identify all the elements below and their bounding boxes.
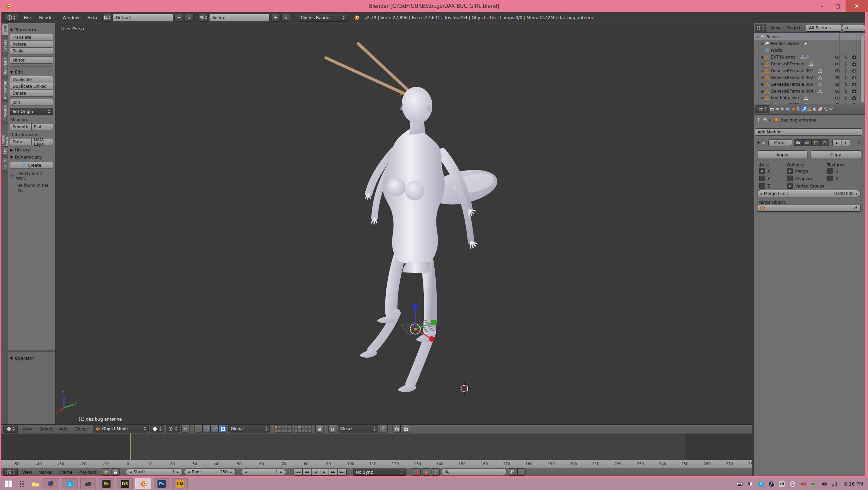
editor-type-button-timeline[interactable] — [3, 468, 18, 476]
smooth-button[interactable]: Smooth — [10, 123, 32, 130]
scale-button[interactable]: Scale — [10, 48, 53, 54]
sync-dropdown[interactable]: No Sync — [353, 469, 406, 476]
orientation-dropdown[interactable]: Global — [228, 425, 270, 432]
snap-toggle[interactable] — [328, 425, 336, 432]
keyingset-add-button[interactable] — [508, 468, 516, 476]
outliner-row-genesis8female-001[interactable]: ⊕Genesis8Female.001│ — [754, 67, 866, 74]
manipulator-enable-toggle[interactable] — [219, 425, 227, 432]
prev-keyframe-button[interactable]: ◀◀ — [302, 469, 311, 476]
frame-start-field[interactable]: ◂Start:1▸ — [126, 469, 183, 475]
opengl-render-still-button[interactable] — [393, 425, 401, 432]
expand-toggle[interactable]: ⊕ — [760, 89, 765, 94]
viewport-menu-view[interactable]: View — [19, 426, 36, 431]
menu-help[interactable]: Help — [83, 15, 101, 20]
modifier-editmode-toggle[interactable] — [812, 139, 820, 146]
checkbox-vertex-groups[interactable]: ✓Vertex Groups — [787, 183, 824, 189]
outliner-row-renderlayers[interactable]: ⊕RenderLayers│ — [754, 40, 866, 47]
outliner-row-genesis8female-002[interactable]: ⊕Genesis8Female.002│ — [754, 74, 866, 81]
expand-toggle[interactable]: ⊕ — [760, 96, 765, 100]
jump-start-button[interactable]: |◀◀ — [294, 469, 302, 476]
panel-header-transform[interactable]: ▼Transform:::: — [10, 27, 53, 32]
layer-dot-15[interactable] — [308, 426, 311, 429]
shading-dropdown[interactable] — [150, 425, 164, 432]
lock-to-scene-toggle[interactable] — [315, 425, 323, 432]
delete-layout-button[interactable]: × — [185, 14, 194, 22]
modifier-name-field[interactable]: Mirror — [768, 140, 792, 146]
panel-header-dynamic-sky[interactable]: ▼Dynamic sky:::: — [10, 154, 53, 160]
modifier-delete-button[interactable]: ✕ — [857, 140, 861, 145]
checkbox-u[interactable]: U — [827, 168, 838, 174]
layer-dot-2[interactable] — [278, 426, 281, 429]
daz-studio-button[interactable]: DS — [117, 478, 133, 489]
mode-dropdown[interactable]: Object Mode — [93, 425, 149, 432]
current-frame-field[interactable]: ◂1▸ — [241, 469, 286, 475]
viewport-menu-object[interactable]: Object — [71, 426, 91, 431]
frame-end-field[interactable]: ◂End:250▸ — [184, 469, 236, 475]
firefox-button[interactable] — [44, 478, 59, 489]
layer-dot-18[interactable] — [301, 429, 304, 432]
manipulator-scale-toggle[interactable] — [211, 425, 219, 432]
layer-dot-3[interactable] — [281, 426, 284, 429]
operator-panel-header[interactable]: ▼Operator:::: — [10, 356, 53, 361]
checkbox-y[interactable]: Y — [759, 176, 770, 181]
join-button[interactable]: Join — [10, 99, 53, 106]
properties-tab-scene[interactable] — [780, 105, 785, 112]
3d-viewport[interactable]: User Persp (1) daz bug antenne z y x — [55, 23, 752, 424]
show-seconds-toggle[interactable] — [102, 468, 110, 476]
maximize-button[interactable]: ▢ — [830, 0, 846, 12]
skype-button[interactable]: S — [62, 478, 78, 489]
outliner-row-world[interactable]: World — [754, 47, 866, 54]
expand-toggle[interactable]: ⊖ — [756, 35, 761, 39]
apps-grid-button[interactable] — [17, 479, 27, 489]
panel-header-history[interactable]: ▶History:::: — [10, 147, 53, 152]
data-button[interactable]: Data — [10, 138, 32, 145]
editor-type-button-outliner[interactable] — [755, 24, 766, 32]
layer-dot-19[interactable] — [305, 429, 308, 432]
timeline-menu-view[interactable]: View — [19, 470, 35, 475]
properties-tab-constraints-chain[interactable] — [796, 105, 801, 112]
expand-toggle[interactable]: ⊕ — [760, 69, 765, 73]
bridge-button[interactable]: Br — [99, 478, 114, 489]
outliner-row-genesis8female-003[interactable]: ⊕Genesis8Female.003│ — [754, 81, 866, 88]
play-reverse-button[interactable]: ◀ — [311, 469, 320, 476]
merge-limit-slider[interactable]: ◂Merge Limit:0.001000▸ — [757, 190, 861, 197]
layer-dot-13[interactable] — [301, 426, 304, 429]
properties-tab-texture[interactable] — [817, 105, 823, 112]
duplicate-linked-button[interactable]: Duplicate Linked — [10, 83, 53, 90]
layer-dot-20[interactable] — [308, 429, 311, 432]
layer-dot-1[interactable] — [274, 426, 278, 429]
layer-dot-10[interactable] — [288, 429, 291, 432]
file-explorer-button[interactable] — [31, 479, 41, 489]
shelf-tab-physics[interactable]: Physics — [2, 103, 8, 121]
scene-browse-button[interactable] — [199, 14, 208, 22]
timeline-body[interactable] — [1, 433, 752, 460]
checkbox-x[interactable]: ✓X — [759, 168, 770, 174]
properties-tab-object-data[interactable] — [807, 105, 812, 112]
jump-end-button[interactable]: ▶▶| — [338, 469, 347, 476]
layer-dot-5[interactable] — [288, 426, 291, 429]
add-scene-button[interactable]: + — [271, 14, 280, 22]
keying-set-field[interactable] — [441, 469, 506, 475]
properties-tab-render-camera[interactable] — [769, 105, 774, 112]
outliner-row-bug-but-pinku[interactable]: ⊕bug but pinku│ — [754, 95, 866, 101]
current-frame-line[interactable] — [130, 434, 131, 460]
shelf-tab-tools[interactable]: Tools — [2, 24, 8, 35]
blender-button[interactable] — [135, 478, 151, 489]
flat-button[interactable]: Flat — [32, 123, 53, 130]
shelf-tab-create[interactable]: Create — [2, 38, 8, 53]
shelf-tab-grease-pencil[interactable]: Grease Pencil — [2, 123, 8, 148]
layer-dot-9[interactable] — [285, 429, 288, 432]
record-button[interactable]: ● — [413, 468, 421, 476]
delete-button[interactable]: Delete — [10, 90, 53, 97]
ln-button[interactable]: LN — [172, 478, 188, 489]
modifier-render-toggle[interactable] — [794, 139, 803, 146]
shelf-tab-xps[interactable]: XPS — [2, 146, 8, 156]
outliner-search-field[interactable] — [842, 24, 866, 32]
modifier-cage-toggle[interactable] — [820, 139, 829, 146]
editor-type-button[interactable] — [4, 14, 18, 22]
mirror-object-field[interactable] — [757, 204, 861, 212]
close-button[interactable]: ✕ — [846, 0, 868, 12]
duplicate-button[interactable]: Duplicate — [10, 76, 53, 83]
expand-toggle[interactable]: ⊕ — [760, 76, 765, 80]
wolf-app-icon[interactable] — [747, 481, 753, 487]
